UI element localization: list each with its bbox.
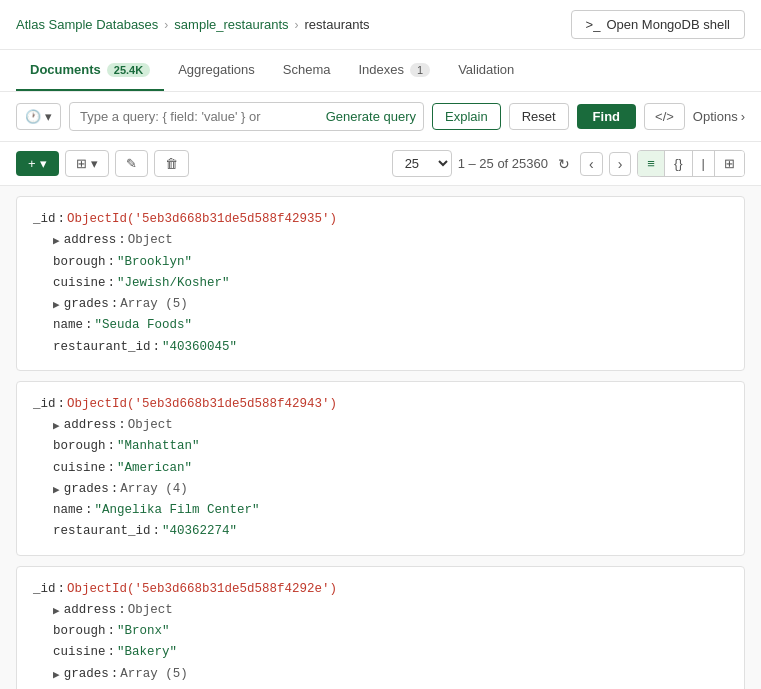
options-button[interactable]: Options ›: [693, 109, 745, 124]
breadcrumb-item-3: restaurants: [305, 17, 370, 32]
action-left: + ▾ ⊞ ▾ ✎ 🗑: [16, 150, 189, 177]
action-right: 25 50 100 1 – 25 of 25360 ↻ ‹ › ≡ {} | ⊞: [392, 150, 745, 177]
breadcrumb-sep-2: ›: [295, 18, 299, 32]
field-grades-1: ▶ grades : Array (5): [33, 294, 728, 315]
edit-icon: ✎: [126, 156, 137, 171]
add-icon: +: [28, 156, 36, 171]
tab-indexes-badge: 1: [410, 63, 430, 77]
field-name-2: name : "Angelika Film Center": [33, 500, 728, 521]
view-icon: ⊞: [76, 156, 87, 171]
view-pipe-button[interactable]: |: [693, 151, 715, 176]
query-bar: 🕐 ▾ Generate query Explain Reset Find </…: [0, 92, 761, 142]
view-json-button[interactable]: {}: [665, 151, 693, 176]
field-borough-3: borough : "Bronx": [33, 621, 728, 642]
toggle-grades-2[interactable]: ▶: [53, 481, 60, 500]
document-card-3: _id : ObjectId('5eb3d668b31de5d588f4292e…: [16, 566, 745, 690]
refresh-button[interactable]: ↻: [554, 152, 574, 176]
breadcrumb-item-1[interactable]: Atlas Sample Databases: [16, 17, 158, 32]
action-bar: + ▾ ⊞ ▾ ✎ 🗑 25 50 100 1 – 25 of 25360 ↻ …: [0, 142, 761, 186]
field-name-1: name : "Seuda Foods": [33, 315, 728, 336]
field-address-3: ▶ address : Object: [33, 600, 728, 621]
toggle-grades-3[interactable]: ▶: [53, 666, 60, 685]
query-history-button[interactable]: 🕐 ▾: [16, 103, 61, 130]
code-button[interactable]: </>: [644, 103, 685, 130]
field-borough-2: borough : "Manhattan": [33, 436, 728, 457]
prev-page-button[interactable]: ‹: [580, 152, 603, 176]
field-restaurantid-2: restaurant_id : "40362274": [33, 521, 728, 542]
field-grades-2: ▶ grades : Array (4): [33, 479, 728, 500]
page-info: 1 – 25 of 25360: [458, 156, 548, 171]
delete-button[interactable]: 🗑: [154, 150, 189, 177]
view-list-button[interactable]: ≡: [638, 151, 665, 176]
open-shell-label: Open MongoDB shell: [606, 17, 730, 32]
toggle-grades-1[interactable]: ▶: [53, 296, 60, 315]
explain-button[interactable]: Explain: [432, 103, 501, 130]
tab-documents-badge: 25.4K: [107, 63, 150, 77]
reset-button[interactable]: Reset: [509, 103, 569, 130]
field-cuisine-3: cuisine : "Bakery": [33, 642, 728, 663]
add-chevron-icon: ▾: [40, 156, 47, 171]
field-id-1: _id : ObjectId('5eb3d668b31de5d588f42935…: [33, 209, 728, 230]
field-address-1: ▶ address : Object: [33, 230, 728, 251]
clock-icon: 🕐: [25, 109, 41, 124]
field-borough-1: borough : "Brooklyn": [33, 252, 728, 273]
field-grades-3: ▶ grades : Array (5): [33, 664, 728, 685]
open-shell-button[interactable]: >_ Open MongoDB shell: [571, 10, 745, 39]
next-page-button[interactable]: ›: [609, 152, 632, 176]
tab-documents[interactable]: Documents 25.4K: [16, 50, 164, 91]
toggle-address-1[interactable]: ▶: [53, 232, 60, 251]
trash-icon: 🗑: [165, 156, 178, 171]
shell-icon: >_: [586, 17, 601, 32]
field-name-3: name : "Morris Park Bake Shop": [33, 685, 728, 689]
top-bar: Atlas Sample Databases › sample_restaura…: [0, 0, 761, 50]
add-document-button[interactable]: + ▾: [16, 151, 59, 176]
tabs-bar: Documents 25.4K Aggregations Schema Inde…: [0, 50, 761, 92]
document-card-2: _id : ObjectId('5eb3d668b31de5d588f42943…: [16, 381, 745, 556]
view-toggle-group: ≡ {} | ⊞: [637, 150, 745, 177]
field-id-3: _id : ObjectId('5eb3d668b31de5d588f4292e…: [33, 579, 728, 600]
breadcrumb-sep-1: ›: [164, 18, 168, 32]
find-button[interactable]: Find: [577, 104, 636, 129]
breadcrumb: Atlas Sample Databases › sample_restaura…: [16, 17, 370, 32]
view-button[interactable]: ⊞ ▾: [65, 150, 109, 177]
toggle-address-2[interactable]: ▶: [53, 417, 60, 436]
generate-query-button[interactable]: Generate query: [326, 109, 416, 124]
view-grid-button[interactable]: ⊞: [715, 151, 744, 176]
documents-area: _id : ObjectId('5eb3d668b31de5d588f42935…: [0, 186, 761, 689]
field-cuisine-1: cuisine : "Jewish/Kosher": [33, 273, 728, 294]
tab-schema[interactable]: Schema: [269, 50, 345, 91]
toggle-address-3[interactable]: ▶: [53, 602, 60, 621]
query-input-wrap: Generate query: [69, 102, 424, 131]
breadcrumb-item-2[interactable]: sample_restaurants: [174, 17, 288, 32]
refresh-icon: ↻: [558, 156, 570, 172]
edit-button[interactable]: ✎: [115, 150, 148, 177]
tab-aggregations[interactable]: Aggregations: [164, 50, 269, 91]
view-chevron-icon: ▾: [91, 156, 98, 171]
tab-validation[interactable]: Validation: [444, 50, 528, 91]
field-restaurantid-1: restaurant_id : "40360045": [33, 337, 728, 358]
page-size-select[interactable]: 25 50 100: [392, 150, 452, 177]
field-address-2: ▶ address : Object: [33, 415, 728, 436]
field-id-2: _id : ObjectId('5eb3d668b31de5d588f42943…: [33, 394, 728, 415]
clock-chevron: ▾: [45, 109, 52, 124]
document-card-1: _id : ObjectId('5eb3d668b31de5d588f42935…: [16, 196, 745, 371]
field-cuisine-2: cuisine : "American": [33, 458, 728, 479]
tab-indexes[interactable]: Indexes 1: [344, 50, 444, 91]
options-chevron-icon: ›: [741, 109, 745, 124]
